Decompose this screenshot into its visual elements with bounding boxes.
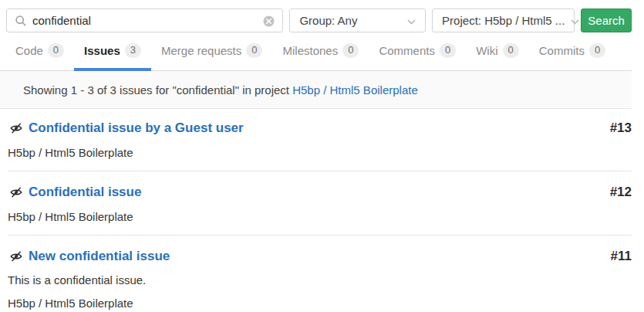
issue-title-link[interactable]: Confidential issue [29,183,141,202]
tab-label: Code [15,43,43,58]
summary-project-link[interactable]: H5bp / Html5 Boilerplate [292,83,418,97]
search-icon [15,15,27,30]
tab-count-badge: 0 [342,43,359,58]
issue-result-row: Confidential issue #12 H5bp / Html5 Boil… [8,171,632,236]
chevron-down-icon [407,14,416,27]
tab-code[interactable]: Code 0 [5,43,74,70]
tab-count-badge: 3 [125,43,141,58]
chevron-down-icon [571,14,579,27]
tab-merge-requests[interactable]: Merge requests 0 [151,43,272,70]
issue-result-row: New confidential issue #11 This is a con… [8,236,632,311]
issue-title-link[interactable]: Confidential issue by a Guest user [29,119,244,137]
issue-id: #13 [610,119,632,137]
issue-result-row: Confidential issue by a Guest user #13 H… [8,109,632,171]
issue-project-name: H5bp / Html5 Boilerplate [8,296,632,311]
tab-label: Issues [84,43,120,58]
confidential-eye-slash-icon [10,122,22,134]
issue-project-name: H5bp / Html5 Boilerplate [8,145,632,161]
tab-count-badge: 0 [589,43,605,58]
results-list: Confidential issue by a Guest user #13 H… [0,109,632,311]
results-summary-banner: Showing 1 - 3 of 3 issues for "confident… [0,71,632,109]
tab-label: Commits [539,43,585,58]
tab-count-badge: 0 [246,43,262,58]
search-toolbar: Group: Any Project: H5bp / Html5 ... Sea… [0,0,632,32]
tab-label: Milestones [282,43,338,58]
project-filter-label: Project: H5bp / Html5 ... [442,14,565,27]
search-results-page: Group: Any Project: H5bp / Html5 ... Sea… [0,0,644,311]
tab-wiki[interactable]: Wiki 0 [466,43,529,70]
issue-id: #12 [610,183,632,202]
search-scope-tabs: Code 0 Issues 3 Merge requests 0 Milesto… [0,43,632,71]
search-input[interactable] [7,14,282,27]
tab-label: Wiki [476,43,497,58]
issue-project-name: H5bp / Html5 Boilerplate [8,209,632,225]
tab-commits[interactable]: Commits 0 [529,43,615,70]
search-box [6,8,283,32]
tab-label: Comments [379,43,435,58]
tab-count-badge: 0 [440,43,456,58]
issue-id: #11 [611,247,632,266]
tab-label: Merge requests [161,43,241,58]
confidential-eye-slash-icon [10,186,22,198]
tab-milestones[interactable]: Milestones 0 [272,43,369,70]
issue-description: This is a confidential issue. [8,273,632,288]
issue-title-link[interactable]: New confidential issue [29,247,170,266]
tab-issues[interactable]: Issues 3 [74,43,151,70]
clear-search-icon[interactable] [263,15,275,30]
group-filter-dropdown[interactable]: Group: Any [289,8,426,32]
tab-comments[interactable]: Comments 0 [369,43,466,70]
project-filter-dropdown[interactable]: Project: H5bp / Html5 ... [432,8,575,32]
group-filter-label: Group: Any [299,14,357,27]
tab-count-badge: 0 [503,43,519,58]
tab-count-badge: 0 [48,43,64,58]
results-summary-text: Showing 1 - 3 of 3 issues for "confident… [23,83,289,97]
confidential-eye-slash-icon [10,250,22,263]
search-button[interactable]: Search [581,8,632,32]
